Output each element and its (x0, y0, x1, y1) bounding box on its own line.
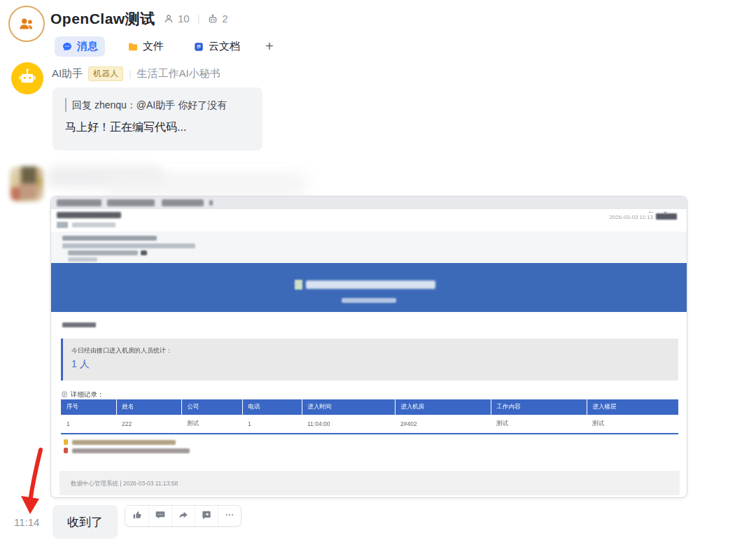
email-footer: 数据中心管理系统 | 2026-03-03 11:13:58 (59, 471, 680, 495)
quote-text: 回复 zhenqu：@AI助手 你好了没有 (72, 98, 227, 112)
cloud-doc-icon (193, 41, 204, 52)
bulb-icon (64, 439, 68, 445)
email-footer-text: 数据中心管理系统 | 2026-03-03 11:13:58 (71, 480, 178, 488)
warning-icon (64, 448, 68, 453)
ai-sender-description: 生活工作AI小秘书 (137, 67, 220, 80)
bot-count[interactable]: 2 (222, 13, 227, 24)
group-avatar[interactable] (8, 6, 45, 42)
note-line-warning (64, 448, 190, 453)
quote-bar (65, 98, 66, 112)
redacted-banner-icon (295, 280, 302, 290)
two-people-icon (18, 15, 36, 33)
tab-messages-label: 消息 (77, 40, 98, 53)
comment-button[interactable] (148, 506, 172, 526)
redacted-banner-title (306, 280, 435, 289)
comment-icon (155, 509, 166, 523)
share-icon (178, 509, 189, 523)
add-tab-button[interactable]: + (262, 38, 276, 55)
chat-window: OpenClaw测试 10 | 2 消息 文件 (0, 0, 756, 547)
forward-button[interactable] (172, 506, 195, 526)
robot-icon (207, 13, 218, 24)
note-line-tip (64, 439, 176, 445)
redacted-meta-line (68, 257, 97, 262)
ai-message-bubble[interactable]: 回复 zhenqu：@AI助手 你好了没有 马上好！正在编写代码... (52, 87, 262, 150)
stat-value: 1 人 (71, 358, 90, 371)
records-table: 序号姓名公司电话进入时间进入机房工作内容进入楼层 1222测试111:04:00… (61, 399, 678, 434)
records-table-body: 1222测试111:04:002#402测试测试 (61, 415, 678, 434)
more-actions-button[interactable] (218, 506, 241, 526)
header-divider: | (197, 13, 200, 24)
redacted-sender-avatar (57, 222, 68, 228)
redacted-meta-line (68, 250, 138, 255)
redacted-sender-line (72, 222, 115, 227)
name-divider: | (129, 69, 131, 79)
ai-message-header: AI助手 机器人 | 生活工作AI小秘书 (52, 66, 220, 81)
ai-sender-name[interactable]: AI助手 (52, 67, 83, 80)
redacted-meta-chip (141, 250, 147, 255)
thumbs-up-button[interactable] (125, 506, 148, 526)
receipt-message-bubble[interactable]: 收到了 (52, 505, 118, 539)
email-toolbar (51, 197, 687, 209)
receipt-message-text: 收到了 (67, 514, 103, 530)
header-meta: 10 | 2 (163, 13, 228, 24)
chat-title: OpenClaw测试 (50, 9, 155, 29)
tab-cloud-docs[interactable]: 云文档 (186, 36, 247, 57)
tab-files-label: 文件 (143, 40, 164, 53)
message-timestamp: 11:14 (14, 516, 39, 528)
quote-reply-icon (201, 509, 212, 523)
tab-cloud-docs-label: 云文档 (209, 40, 240, 53)
redacted-email-subject (57, 212, 121, 218)
redacted-detail-link (656, 213, 677, 220)
ai-message-text: 马上好！正在编写代码... (65, 120, 250, 135)
redacted-meta-line (62, 236, 157, 241)
redacted-greeting (62, 322, 96, 327)
red-arrow-annotation (14, 444, 56, 521)
chat-bubble-icon (62, 41, 73, 52)
redacted-toolbar-button-group (57, 199, 102, 206)
redacted-sender-name-tail (105, 172, 308, 196)
stat-box: 今日经由接口进入机房的人员统计： 1 人 (61, 339, 678, 381)
person-icon (163, 13, 174, 24)
record-row: 1222测试111:04:002#402测试测试 (61, 415, 678, 434)
robot-face-icon (17, 66, 38, 90)
records-table-header-row: 序号姓名公司电话进入时间进入机房工作内容进入楼层 (61, 399, 678, 415)
redacted-user-avatar[interactable] (10, 166, 43, 201)
redacted-toolbar-item (209, 200, 213, 206)
more-icon (224, 509, 235, 523)
bot-badge: 机器人 (88, 66, 123, 81)
message-action-toolbar (125, 505, 241, 527)
ai-assistant-avatar[interactable] (11, 62, 43, 94)
email-screenshot-image[interactable]: ←⌄ 2026-03-03 11:13 今日经由接口进入机房的人员统计： 1 人 (50, 196, 687, 498)
records-label: 详细记录： (71, 390, 104, 399)
thumbs-up-icon (132, 509, 143, 523)
quoted-reply[interactable]: 回复 zhenqu：@AI助手 你好了没有 (65, 98, 250, 112)
redacted-note-text (72, 440, 176, 445)
folder-icon (127, 41, 139, 52)
tab-bar: 消息 文件 云文档 + (55, 36, 276, 57)
stat-label: 今日经由接口进入机房的人员统计： (71, 346, 172, 355)
redacted-note-text (72, 448, 190, 453)
redacted-toolbar-button-group (107, 199, 155, 206)
email-banner (51, 263, 687, 312)
tab-messages[interactable]: 消息 (55, 36, 105, 57)
redacted-banner-date (342, 298, 396, 303)
tab-files[interactable]: 文件 (120, 36, 171, 57)
redacted-toolbar-button-group (162, 199, 204, 206)
email-reply-time: 2026-03-03 11:13 (609, 214, 653, 220)
email-meta-section (51, 232, 687, 263)
redacted-meta-line (62, 243, 195, 248)
quote-reply-button[interactable] (195, 506, 218, 526)
member-count[interactable]: 10 (178, 13, 190, 24)
